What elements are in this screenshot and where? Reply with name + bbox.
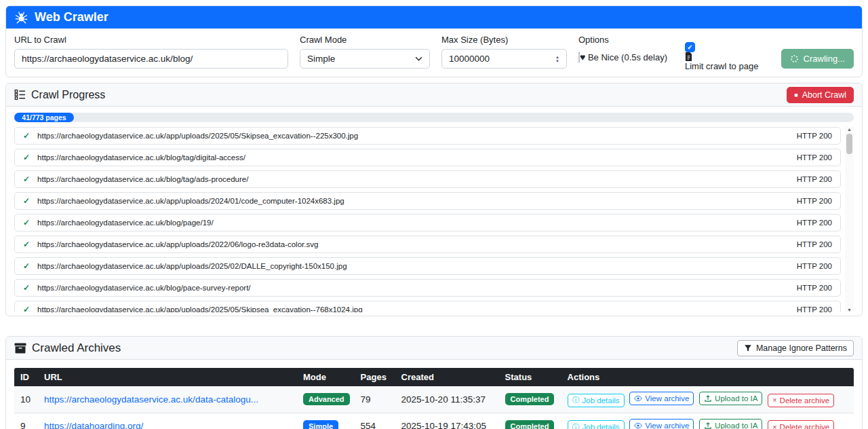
- app-header: Web Crawler: [6, 6, 862, 29]
- close-icon: ×: [772, 396, 776, 404]
- app-title: Web Crawler: [35, 10, 108, 24]
- col-pages: Pages: [355, 368, 396, 386]
- crawled-archives-title-text: Crawled Archives: [32, 341, 121, 355]
- check-icon: ✓: [23, 174, 30, 184]
- max-size-input[interactable]: 10000000 ▲ ▼: [441, 49, 567, 69]
- scrollbar-thumb[interactable]: [846, 134, 852, 154]
- archive-url-link[interactable]: https://archaeologydataservice.ac.uk/dat…: [44, 394, 258, 405]
- http-status: HTTP 200: [797, 262, 832, 270]
- max-size-label: Max Size (Bytes): [441, 35, 567, 45]
- spider-icon: [14, 10, 28, 24]
- limit-crawl-label: Limit crawl to page: [685, 61, 758, 71]
- http-status: HTTP 200: [797, 132, 832, 140]
- archive-row: 10 https://archaeologydataservice.ac.uk/…: [14, 386, 854, 413]
- view-archive-button[interactable]: View archive: [629, 419, 694, 429]
- upload-to-ia-label: Upload to IA: [715, 422, 757, 429]
- crawled-url-row: ✓ https://archaeologydataservice.ac.uk/a…: [14, 236, 841, 253]
- archive-url-link[interactable]: https://datahoarding.org/: [44, 421, 143, 429]
- http-status: HTTP 200: [797, 284, 832, 292]
- progress-bar-wrap: 41/773 pages: [6, 107, 862, 127]
- upload-to-ia-label: Upload to IA: [715, 394, 757, 403]
- crawled-url-row: ✓ https://archaeologydataservice.ac.uk/b…: [14, 279, 841, 297]
- crawled-url: https://archaeologydataservice.ac.uk/app…: [37, 132, 358, 140]
- url-label: URL to Crawl: [14, 35, 288, 45]
- crawled-url-row: ✓ https://archaeologydataservice.ac.uk/a…: [14, 127, 841, 145]
- crawl-button[interactable]: Crawling...: [781, 49, 854, 69]
- crawl-url-list: ✓ https://archaeologydataservice.ac.uk/a…: [14, 127, 854, 312]
- progress-bar-fill: 41/773 pages: [14, 113, 74, 122]
- col-url: URL: [39, 368, 298, 386]
- heart-icon: ♥: [580, 52, 585, 62]
- file-icon: [685, 52, 692, 61]
- upload-to-ia-button[interactable]: Upload to IA: [699, 392, 762, 405]
- abort-crawl-label: Abort Crawl: [802, 90, 846, 100]
- delete-archive-button[interactable]: ×Delete archive: [768, 420, 834, 429]
- scroll-up-icon[interactable]: ▲: [847, 127, 852, 132]
- http-status: HTTP 200: [797, 219, 832, 227]
- pages-cell: 554: [355, 413, 396, 429]
- crawled-url-row: ✓ https://archaeologydataservice.ac.uk/b…: [14, 149, 841, 166]
- created-cell: 2025-10-19 17:43:05: [396, 413, 500, 429]
- http-status: HTTP 200: [797, 197, 832, 205]
- col-actions: Actions: [562, 368, 854, 386]
- job-details-button[interactable]: ⓘJob details: [568, 420, 625, 429]
- status-badge: Completed: [505, 420, 555, 429]
- pages-cell: 79: [355, 386, 396, 413]
- manage-ignore-patterns-button[interactable]: Manage Ignore Patterns: [737, 340, 854, 356]
- crawled-archives-header: Crawled Archives Manage Ignore Patterns: [6, 337, 862, 360]
- crawl-mode-value: Simple: [307, 54, 335, 64]
- view-archive-label: View archive: [645, 422, 689, 429]
- url-input[interactable]: [14, 49, 288, 69]
- upload-to-ia-button[interactable]: Upload to IA: [699, 419, 762, 429]
- chevron-down-icon: [415, 56, 422, 61]
- limit-crawl-checkbox[interactable]: ✓ Limit crawl to page: [685, 42, 758, 71]
- number-stepper[interactable]: ▲ ▼: [555, 55, 559, 63]
- check-icon: ✓: [23, 240, 30, 249]
- list-scrollbar[interactable]: ▲ ▼: [845, 127, 854, 312]
- crawl-mode-label: Crawl Mode: [300, 35, 430, 45]
- job-details-button[interactable]: ⓘJob details: [568, 394, 625, 407]
- stepper-down-icon[interactable]: ▼: [555, 59, 559, 63]
- checkmark-icon: ✓: [687, 43, 692, 51]
- max-size-value: 10000000: [449, 54, 490, 64]
- crawled-url: https://archaeologydataservice.ac.uk/app…: [37, 240, 318, 248]
- scroll-down-icon[interactable]: ▼: [847, 307, 852, 312]
- crawled-url: https://archaeologydataservice.ac.uk/blo…: [37, 284, 251, 292]
- status-badge: Completed: [505, 393, 555, 405]
- crawler-card: Web Crawler URL to Crawl Crawl Mode Simp…: [5, 5, 863, 77]
- manage-ignore-patterns-label: Manage Ignore Patterns: [756, 343, 847, 353]
- crawl-progress-title-text: Crawl Progress: [31, 89, 105, 101]
- delete-archive-label: Delete archive: [780, 396, 830, 405]
- crawl-progress-card: Crawl Progress ■ Abort Crawl 41/773 page…: [5, 83, 863, 316]
- crawled-url-row: ✓ https://archaeologydataservice.ac.uk/b…: [14, 170, 841, 188]
- progress-bar: 41/773 pages: [14, 113, 854, 122]
- url-field-group: URL to Crawl: [14, 35, 288, 69]
- be-nice-checkbox[interactable]: ♥ Be Nice (0.5s delay): [578, 52, 667, 62]
- check-icon: ✓: [23, 218, 30, 227]
- crawled-url: https://archaeologydataservice.ac.uk/blo…: [37, 175, 248, 183]
- crawled-url-row: ✓ https://archaeologydataservice.ac.uk/b…: [14, 214, 841, 231]
- eye-icon: [634, 394, 642, 403]
- delete-archive-button[interactable]: ×Delete archive: [768, 394, 834, 407]
- crawled-url: https://archaeologydataservice.ac.uk/app…: [37, 262, 347, 270]
- check-icon: ✓: [23, 131, 30, 141]
- crawled-url: https://archaeologydataservice.ac.uk/app…: [37, 305, 363, 312]
- crawled-url-row: ✓ https://archaeologydataservice.ac.uk/a…: [14, 257, 841, 275]
- job-details-label: Job details: [583, 396, 620, 405]
- archive-id: 10: [14, 386, 39, 413]
- crawl-mode-select[interactable]: Simple: [300, 49, 430, 69]
- be-nice-label: Be Nice (0.5s delay): [588, 52, 667, 62]
- info-icon: ⓘ: [572, 396, 580, 404]
- view-archive-button[interactable]: View archive: [629, 392, 694, 405]
- check-icon: ✓: [23, 305, 30, 312]
- col-created: Created: [396, 368, 500, 386]
- limit-crawl-checkbox-box[interactable]: ✓: [685, 42, 695, 52]
- col-id: ID: [14, 368, 39, 386]
- close-icon: ×: [772, 424, 776, 429]
- mode-badge: Simple: [303, 420, 338, 429]
- crawl-progress-title: Crawl Progress: [14, 89, 105, 101]
- crawled-url: https://archaeologydataservice.ac.uk/app…: [37, 197, 344, 205]
- abort-crawl-button[interactable]: ■ Abort Crawl: [787, 87, 854, 103]
- spinner-icon: [790, 54, 799, 63]
- options-group: Options ♥ Be Nice (0.5s delay) ✓ Limit c…: [578, 35, 770, 69]
